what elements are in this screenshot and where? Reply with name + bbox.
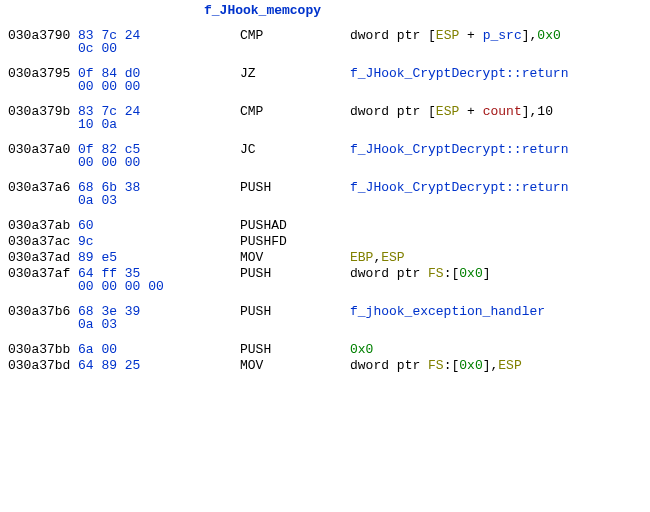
disassembly-row: 030a37ad89 e5MOVEBP,ESP <box>8 251 568 264</box>
mnemonic-cell: PUSH <box>240 181 350 194</box>
bytes-cell: 0c 00 <box>78 42 240 55</box>
disassembly-listing: f_JHook_memcopy 030a379083 7c 24CMPdword… <box>0 0 650 375</box>
bytes-cell: 64 89 25 <box>78 359 240 372</box>
operand-cell: dword ptr [ESP + count],10 <box>350 105 568 118</box>
function-label-line: f_JHook_memcopy <box>8 4 650 17</box>
address-cell <box>8 42 78 55</box>
mnemonic-cell: CMP <box>240 29 350 42</box>
operand-cell: dword ptr FS:[0x0] <box>350 267 568 280</box>
mnemonic-cell: JC <box>240 143 350 156</box>
bytes-cell: 0a 03 <box>78 194 240 207</box>
address-cell <box>8 156 78 169</box>
operand-cell: f_JHook_CryptDecrypt::return <box>350 143 568 156</box>
operand-cell: EBP,ESP <box>350 251 568 264</box>
address-cell: 030a37a0 <box>8 143 78 156</box>
address-cell: 030a37af <box>8 267 78 280</box>
bytes-cell: 00 00 00 <box>78 80 240 93</box>
disassembly-row-bytes-cont: 10 0a <box>8 118 568 131</box>
bytes-cell: 9c <box>78 235 240 248</box>
operand-cell: f_JHook_CryptDecrypt::return <box>350 181 568 194</box>
bytes-cell: 6a 00 <box>78 343 240 356</box>
bytes-cell: 00 00 00 00 <box>78 280 240 293</box>
address-cell <box>8 118 78 131</box>
address-cell: 030a3790 <box>8 29 78 42</box>
disassembly-row: 030a37bb6a 00PUSH0x0 <box>8 343 568 356</box>
operand-cell <box>350 219 568 232</box>
disassembly-row-bytes-cont: 0a 03 <box>8 318 568 331</box>
disassembly-row-bytes-cont: 00 00 00 <box>8 156 568 169</box>
address-cell <box>8 194 78 207</box>
mnemonic-cell: PUSHFD <box>240 235 350 248</box>
address-cell: 030a37bb <box>8 343 78 356</box>
mnemonic-cell: CMP <box>240 105 350 118</box>
bytes-cell: 00 00 00 <box>78 156 240 169</box>
address-cell: 030a37ac <box>8 235 78 248</box>
disassembly-row-bytes-cont: 0a 03 <box>8 194 568 207</box>
address-cell: 030a379b <box>8 105 78 118</box>
bytes-cell: 89 e5 <box>78 251 240 264</box>
address-cell: 030a37ab <box>8 219 78 232</box>
disassembly-row: 030a37bd64 89 25MOVdword ptr FS:[0x0],ES… <box>8 359 568 372</box>
address-cell: 030a3795 <box>8 67 78 80</box>
mnemonic-cell: MOV <box>240 251 350 264</box>
bytes-cell: 0a 03 <box>78 318 240 331</box>
bytes-cell: 10 0a <box>78 118 240 131</box>
address-cell <box>8 280 78 293</box>
address-cell: 030a37b6 <box>8 305 78 318</box>
mnemonic-cell: MOV <box>240 359 350 372</box>
disassembly-row: 030a37ac9cPUSHFD <box>8 235 568 248</box>
bytes-cell: 60 <box>78 219 240 232</box>
operand-cell <box>350 235 568 248</box>
address-cell: 030a37ad <box>8 251 78 264</box>
address-cell: 030a37bd <box>8 359 78 372</box>
disassembly-row: 030a37ab60PUSHAD <box>8 219 568 232</box>
mnemonic-cell: PUSH <box>240 267 350 280</box>
address-cell: 030a37a6 <box>8 181 78 194</box>
operand-cell: dword ptr FS:[0x0],ESP <box>350 359 568 372</box>
function-label: f_JHook_memcopy <box>204 3 321 18</box>
mnemonic-cell: JZ <box>240 67 350 80</box>
address-cell <box>8 318 78 331</box>
disassembly-row-bytes-cont: 00 00 00 <box>8 80 568 93</box>
operand-cell: dword ptr [ESP + p_src],0x0 <box>350 29 568 42</box>
operand-cell: f_JHook_CryptDecrypt::return <box>350 67 568 80</box>
mnemonic-cell: PUSHAD <box>240 219 350 232</box>
mnemonic-cell: PUSH <box>240 305 350 318</box>
disassembly-row-bytes-cont: 0c 00 <box>8 42 568 55</box>
disassembly-table: 030a379083 7c 24CMPdword ptr [ESP + p_sr… <box>8 29 568 375</box>
operand-cell: 0x0 <box>350 343 568 356</box>
mnemonic-cell: PUSH <box>240 343 350 356</box>
disassembly-row-bytes-cont: 00 00 00 00 <box>8 280 568 293</box>
operand-cell: f_jhook_exception_handler <box>350 305 568 318</box>
address-cell <box>8 80 78 93</box>
